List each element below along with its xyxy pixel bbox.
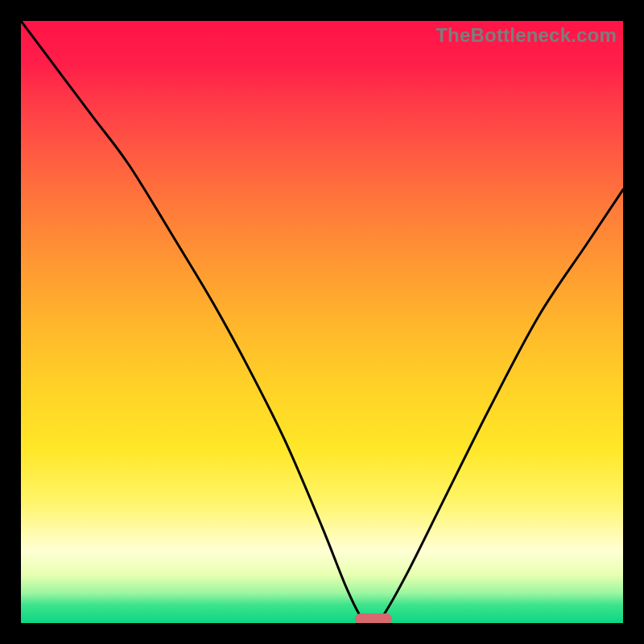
- chart-frame: TheBottleneck.com: [0, 0, 644, 644]
- bottleneck-curve: [21, 21, 623, 623]
- plot-area: TheBottleneck.com: [21, 21, 623, 623]
- optimum-marker: [355, 613, 392, 623]
